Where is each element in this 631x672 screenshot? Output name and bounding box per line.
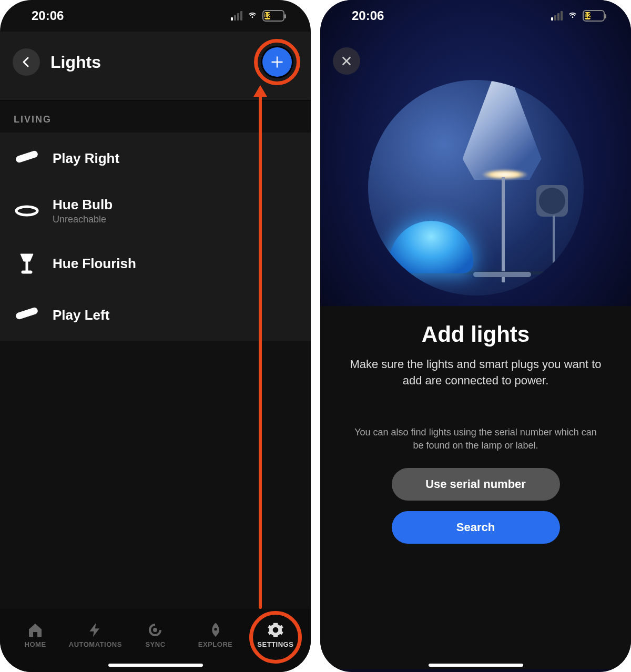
- tab-automations[interactable]: AUTOMATIONS: [69, 622, 121, 648]
- screen-lights-list: 20:06 12 Lights LIVING: [0, 0, 311, 672]
- tab-label: SETTINGS: [257, 640, 293, 648]
- add-button-wrap: [256, 41, 298, 83]
- svg-rect-4: [15, 307, 38, 320]
- add-lights-subtitle: Make sure the lights and smart plugs you…: [339, 357, 612, 389]
- light-item-hue-flourish[interactable]: Hue Flourish: [0, 238, 311, 289]
- wifi-icon: [567, 10, 578, 22]
- hero-illustration: [368, 80, 584, 296]
- lights-header: Lights: [0, 32, 311, 100]
- sync-icon: [147, 622, 164, 638]
- tab-label: HOME: [25, 640, 46, 648]
- wifi-icon: [247, 10, 258, 22]
- lamp-shade-graphic: [463, 80, 542, 180]
- ring-icon: [14, 198, 40, 224]
- light-name: Hue Flourish: [53, 256, 136, 272]
- tab-label: SYNC: [145, 640, 165, 648]
- status-bar: 20:06 12: [320, 0, 631, 32]
- tab-label: EXPLORE: [198, 640, 233, 648]
- table-lamp-icon: [14, 250, 40, 277]
- svg-point-1: [16, 207, 37, 215]
- use-serial-button[interactable]: Use serial number: [392, 468, 560, 501]
- plus-icon: [270, 55, 284, 69]
- back-button[interactable]: [13, 48, 40, 76]
- tab-explore[interactable]: EXPLORE: [189, 622, 242, 648]
- battery-level: 12: [264, 12, 270, 19]
- close-icon: [341, 55, 352, 67]
- lamp-stem-graphic: [502, 177, 505, 282]
- light-list: Play Right Hue Bulb Unreachable Hue Flou…: [0, 133, 311, 341]
- tab-settings[interactable]: SETTINGS: [249, 622, 302, 648]
- cell-signal-icon: [551, 11, 563, 21]
- lamp-glow-graphic: [481, 169, 528, 180]
- page-title: Lights: [50, 53, 246, 72]
- battery-level: 12: [585, 12, 591, 19]
- hero-illustration-wrap: [320, 80, 631, 306]
- cell-signal-icon: [231, 11, 242, 21]
- bolt-icon: [87, 622, 104, 638]
- light-item-hue-bulb[interactable]: Hue Bulb Unreachable: [0, 184, 311, 238]
- section-label-living: LIVING: [0, 100, 311, 133]
- status-right-icons: 12: [551, 10, 605, 22]
- status-right-icons: 12: [231, 10, 284, 22]
- cable-graphic: [534, 216, 555, 289]
- svg-point-5: [153, 628, 157, 632]
- add-button[interactable]: [262, 47, 292, 77]
- close-button[interactable]: [333, 47, 360, 75]
- smart-plug-inner-graphic: [539, 188, 565, 214]
- serial-hint-text: You can also find lights using the seria…: [339, 426, 612, 452]
- light-item-play-left[interactable]: Play Left: [0, 289, 311, 341]
- tab-home[interactable]: HOME: [9, 622, 62, 648]
- gear-icon: [267, 622, 284, 638]
- add-lights-header: [320, 32, 631, 80]
- battery-icon: 12: [583, 10, 605, 22]
- hue-go-graphic: [389, 221, 473, 273]
- tab-label: AUTOMATIONS: [69, 640, 122, 648]
- search-button[interactable]: Search: [392, 511, 560, 544]
- rocket-icon: [207, 622, 224, 638]
- svg-rect-3: [22, 271, 32, 273]
- light-name: Hue Bulb: [53, 197, 113, 213]
- light-status: Unreachable: [53, 214, 113, 225]
- light-item-play-right[interactable]: Play Right: [0, 133, 311, 184]
- home-indicator[interactable]: [108, 664, 203, 667]
- add-lights-title: Add lights: [339, 322, 612, 347]
- home-indicator[interactable]: [429, 664, 523, 667]
- svg-rect-0: [15, 150, 38, 163]
- svg-rect-2: [26, 261, 28, 271]
- light-name: Play Left: [53, 307, 109, 323]
- lamp-base-graphic: [473, 272, 531, 277]
- screen-add-lights: 20:06 12: [320, 0, 631, 672]
- light-name: Play Right: [53, 150, 119, 167]
- status-bar: 20:06 12: [0, 0, 311, 32]
- status-time: 20:06: [32, 8, 64, 23]
- play-bar-icon: [14, 302, 40, 328]
- tab-sync[interactable]: SYNC: [129, 622, 181, 648]
- play-bar-icon: [14, 145, 40, 171]
- battery-icon: 12: [262, 10, 284, 22]
- home-icon: [27, 622, 44, 638]
- status-time: 20:06: [352, 8, 384, 23]
- tab-bar: HOME AUTOMATIONS SYNC EXPLORE SETTINGS: [0, 609, 311, 672]
- add-lights-content: Add lights Make sure the lights and smar…: [320, 306, 631, 669]
